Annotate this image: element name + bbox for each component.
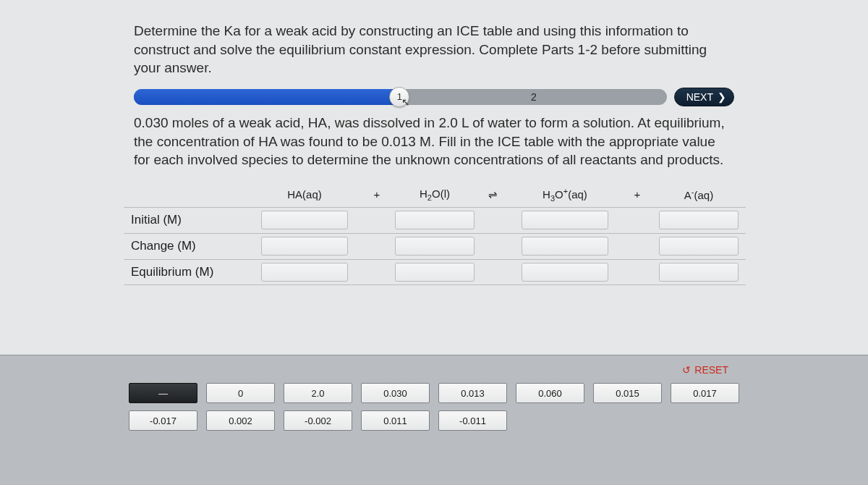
drop-change-a[interactable] bbox=[659, 237, 739, 256]
main-prompt: Determine the Ka for a weak acid by cons… bbox=[134, 22, 734, 77]
drop-initial-ha[interactable] bbox=[261, 211, 348, 229]
part-prompt: 0.030 moles of a weak acid, HA, was diss… bbox=[134, 114, 734, 169]
species-a-minus: A-(aq) bbox=[652, 187, 746, 201]
answer-tiles: — 0 2.0 0.030 0.013 0.060 0.015 0.017 -0… bbox=[123, 383, 745, 431]
progress-step-1[interactable]: 1 ↖ bbox=[134, 89, 401, 105]
progress-bar: 1 ↖ 2 bbox=[134, 89, 667, 105]
drop-eq-h2o[interactable] bbox=[395, 263, 475, 282]
drop-change-h2o[interactable] bbox=[395, 237, 475, 256]
progress-handle[interactable]: 1 ↖ bbox=[389, 87, 409, 107]
tile-neg-0-002[interactable]: -0.002 bbox=[284, 410, 352, 431]
tile-0-017[interactable]: 0.017 bbox=[671, 383, 739, 403]
drop-change-ha[interactable] bbox=[261, 237, 348, 256]
progress-step-2[interactable]: 2 bbox=[401, 89, 666, 105]
cursor-icon: ↖ bbox=[401, 96, 410, 108]
undo-icon: ↺ bbox=[682, 364, 691, 376]
tile-0-002[interactable]: 0.002 bbox=[206, 410, 275, 431]
ice-table: HA(aq) + H2O(l) ⇌ H3O+(aq) + A-(aq) Init… bbox=[124, 182, 746, 285]
drop-change-h3o[interactable] bbox=[522, 237, 608, 256]
drop-eq-ha[interactable] bbox=[261, 263, 348, 282]
drop-eq-a[interactable] bbox=[659, 263, 739, 282]
tile-0[interactable]: 0 bbox=[206, 383, 275, 403]
tile-0-013[interactable]: 0.013 bbox=[438, 383, 507, 403]
tile-neg-0-011[interactable]: -0.011 bbox=[438, 410, 507, 431]
tile-neg-0-017[interactable]: -0.017 bbox=[129, 410, 197, 431]
species-h2o: H2O(l) bbox=[391, 187, 478, 202]
next-button[interactable]: NEXT ❯ bbox=[674, 88, 734, 106]
chevron-right-icon: ❯ bbox=[718, 91, 726, 103]
species-h3o: H3O+(aq) bbox=[507, 187, 623, 203]
tile-dash[interactable]: — bbox=[129, 383, 197, 403]
drop-eq-h3o[interactable] bbox=[522, 263, 608, 282]
species-ha: HA(aq) bbox=[247, 188, 362, 201]
tile-0-030[interactable]: 0.030 bbox=[361, 383, 430, 403]
plus-icon: + bbox=[623, 188, 652, 201]
equilibrium-arrows-icon: ⇌ bbox=[478, 188, 507, 201]
row-label-change: Change (M) bbox=[124, 239, 247, 253]
tile-0-060[interactable]: 0.060 bbox=[516, 383, 584, 403]
reset-button[interactable]: ↺ RESET bbox=[682, 364, 728, 376]
row-label-initial: Initial (M) bbox=[124, 213, 247, 227]
tile-2-0[interactable]: 2.0 bbox=[284, 383, 352, 403]
drop-initial-a[interactable] bbox=[659, 211, 739, 229]
drop-initial-h2o[interactable] bbox=[395, 211, 475, 229]
tile-0-015[interactable]: 0.015 bbox=[593, 383, 662, 403]
drop-initial-h3o[interactable] bbox=[522, 211, 608, 229]
tile-0-011[interactable]: 0.011 bbox=[361, 410, 430, 431]
row-label-equilibrium: Equilibrium (M) bbox=[124, 265, 247, 279]
plus-icon: + bbox=[362, 188, 391, 201]
